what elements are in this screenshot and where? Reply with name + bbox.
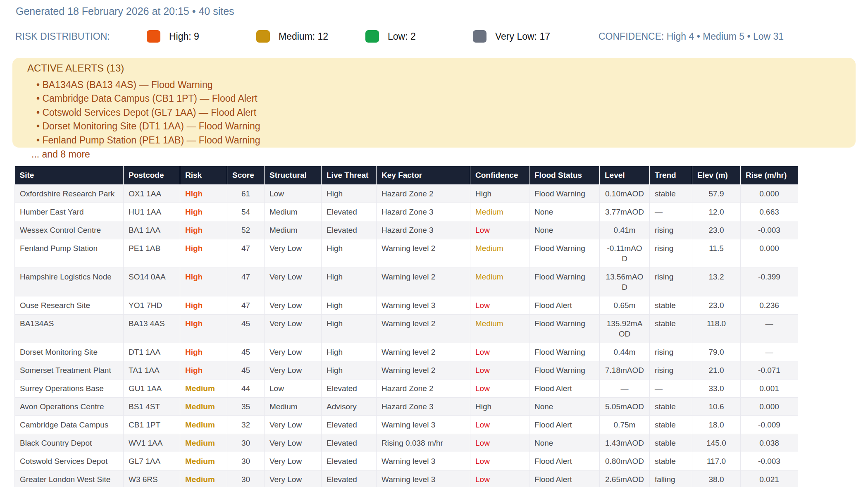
cell-flood_status: None: [529, 221, 600, 239]
column-header-key_factor: Key Factor: [377, 166, 470, 184]
alert-item: Fenland Pump Station (PE1 1AB) — Flood W…: [36, 134, 856, 147]
cell-live_threat: Advisory: [322, 397, 377, 415]
cell-flood_status: Flood Warning: [529, 184, 600, 203]
cell-confidence: Medium: [470, 239, 529, 267]
cell-trend: —: [650, 203, 692, 221]
cell-rise: -0.003: [741, 221, 798, 239]
cell-score: 30: [227, 470, 265, 487]
cell-site: Black Country Depot: [15, 434, 124, 452]
cell-live_threat: High: [322, 267, 377, 296]
cell-level: 0.65m: [600, 296, 650, 314]
cell-key_factor: Warning level 3: [377, 415, 470, 434]
cell-structural: Very Low: [265, 296, 322, 314]
cell-confidence: Low: [470, 434, 529, 452]
cell-flood_status: Flood Alert: [529, 470, 600, 487]
cell-confidence: Low: [470, 296, 529, 314]
cell-risk: Medium: [180, 415, 227, 434]
cell-postcode: WV1 1AA: [124, 434, 180, 452]
table-row: Dorset Monitoring SiteDT1 1AAHigh45Very …: [15, 343, 798, 361]
cell-key_factor: Hazard Zone 3: [377, 221, 470, 239]
cell-structural: Very Low: [265, 452, 322, 470]
cell-structural: Very Low: [265, 314, 322, 343]
cell-risk: High: [180, 343, 227, 361]
cell-site: Greater London West Site: [15, 470, 124, 487]
cell-level: 13.56mAOD: [600, 267, 650, 296]
cell-level: 3.77mAOD: [600, 203, 650, 221]
column-header-site: Site: [15, 166, 124, 184]
cell-trend: rising: [650, 239, 692, 267]
cell-confidence: Low: [470, 379, 529, 397]
cell-confidence: Low: [470, 415, 529, 434]
column-header-trend: Trend: [650, 166, 692, 184]
cell-risk: High: [180, 203, 227, 221]
cell-key_factor: Warning level 2: [377, 314, 470, 343]
cell-risk: Medium: [180, 379, 227, 397]
cell-site: Wessex Control Centre: [15, 221, 124, 239]
cell-elev: 13.2: [692, 267, 741, 296]
cell-site: Dorset Monitoring Site: [15, 343, 124, 361]
table-header-row: SitePostcodeRiskScoreStructuralLive Thre…: [15, 166, 798, 184]
cell-key_factor: Warning level 3: [377, 452, 470, 470]
cell-key_factor: Hazard Zone 3: [377, 203, 470, 221]
cell-level: 0.80mAOD: [600, 452, 650, 470]
cell-postcode: TA1 1AA: [124, 361, 180, 379]
table-row: Hampshire Logistics NodeSO14 0AAHigh47Ve…: [15, 267, 798, 296]
cell-risk: High: [180, 184, 227, 203]
table-row: Cotswold Services DepotGL7 1AAMedium30Ve…: [15, 452, 798, 470]
cell-risk: Medium: [180, 452, 227, 470]
cell-level: 5.05mAOD: [600, 397, 650, 415]
cell-key_factor: Warning level 3: [377, 470, 470, 487]
cell-live_threat: High: [322, 296, 377, 314]
cell-confidence: Medium: [470, 267, 529, 296]
cell-trend: falling: [650, 470, 692, 487]
cell-trend: stable: [650, 434, 692, 452]
cell-key_factor: Warning level 2: [377, 343, 470, 361]
cell-level: —: [600, 379, 650, 397]
table-row: Somerset Treatment PlantTA1 1AAHigh45Ver…: [15, 361, 798, 379]
cell-live_threat: High: [322, 184, 377, 203]
cell-postcode: BA1 1AA: [124, 221, 180, 239]
cell-elev: 79.0: [692, 343, 741, 361]
cell-elev: 57.9: [692, 184, 741, 203]
cell-rise: 0.021: [741, 470, 798, 487]
cell-flood_status: Flood Alert: [529, 296, 600, 314]
generated-timestamp: Generated 18 February 2026 at 20:15 • 40…: [16, 5, 234, 17]
cell-score: 47: [227, 267, 265, 296]
cell-level: 1.43mAOD: [600, 434, 650, 452]
legend-item-label: Very Low: 17: [495, 31, 550, 42]
cell-key_factor: Warning level 2: [377, 239, 470, 267]
table-row: Humber East YardHU1 1AAHigh54MediumEleva…: [15, 203, 798, 221]
cell-trend: stable: [650, 184, 692, 203]
cell-live_threat: Elevated: [322, 379, 377, 397]
legend-item-label: High: 9: [169, 31, 199, 42]
cell-rise: —: [741, 343, 798, 361]
cell-elev: 23.0: [692, 296, 741, 314]
cell-postcode: GU1 1AA: [124, 379, 180, 397]
cell-flood_status: Flood Warning: [529, 343, 600, 361]
column-header-score: Score: [227, 166, 265, 184]
cell-elev: 33.0: [692, 379, 741, 397]
table-row: Ouse Research SiteYO1 7HDHigh47Very LowH…: [15, 296, 798, 314]
cell-rise: 0.038: [741, 434, 798, 452]
cell-rise: 0.236: [741, 296, 798, 314]
cell-rise: -0.003: [741, 452, 798, 470]
cell-flood_status: Flood Alert: [529, 379, 600, 397]
cell-key_factor: Hazard Zone 3: [377, 397, 470, 415]
table-header: SitePostcodeRiskScoreStructuralLive Thre…: [15, 166, 798, 184]
cell-risk: Medium: [180, 397, 227, 415]
cell-postcode: DT1 1AA: [124, 343, 180, 361]
cell-site: Oxfordshire Research Park: [15, 184, 124, 203]
very-low-risk-swatch-icon: [473, 30, 486, 43]
table-row: Cambridge Data CampusCB1 1PTMedium32Very…: [15, 415, 798, 434]
alert-list: BA134AS (BA13 4AS) — Flood WarningCambri…: [27, 78, 856, 147]
cell-score: 45: [227, 314, 265, 343]
cell-score: 30: [227, 434, 265, 452]
cell-score: 61: [227, 184, 265, 203]
alert-item: Cotswold Services Depot (GL7 1AA) — Floo…: [36, 106, 856, 119]
active-alerts-panel: ACTIVE ALERTS (13) BA134AS (BA13 4AS) — …: [12, 58, 856, 148]
cell-level: 135.92mAOD: [600, 314, 650, 343]
column-header-postcode: Postcode: [124, 166, 180, 184]
cell-risk: High: [180, 296, 227, 314]
cell-elev: 12.0: [692, 203, 741, 221]
cell-rise: 0.000: [741, 239, 798, 267]
